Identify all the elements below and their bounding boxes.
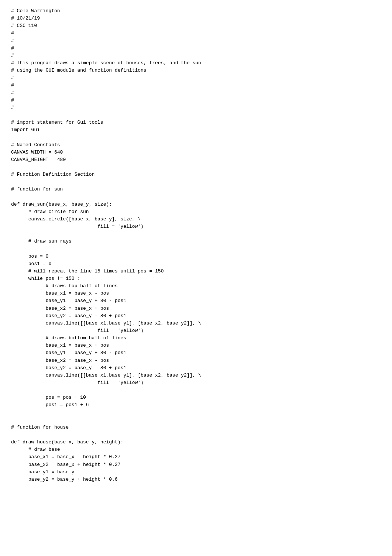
code-editor: # Cole Warrington # 10/21/19 # CSC 110 #… <box>11 7 381 483</box>
